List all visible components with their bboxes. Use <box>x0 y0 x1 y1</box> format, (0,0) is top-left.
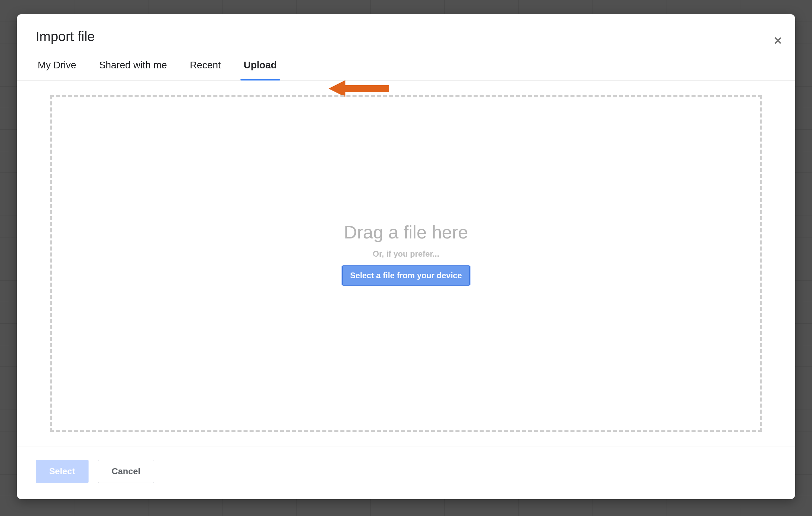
select-button: Select <box>36 460 89 483</box>
cancel-button[interactable]: Cancel <box>98 460 154 483</box>
dropzone-subtitle: Or, if you prefer... <box>373 249 439 259</box>
tab-upload[interactable]: Upload <box>242 56 279 80</box>
dialog-footer: Select Cancel <box>17 446 795 499</box>
dialog-title: Import file <box>36 29 776 44</box>
file-dropzone[interactable]: Drag a file here Or, if you prefer... Se… <box>50 95 762 432</box>
dropzone-title: Drag a file here <box>344 222 468 243</box>
tab-shared-with-me[interactable]: Shared with me <box>97 56 169 80</box>
tab-bar: My Drive Shared with me Recent Upload <box>17 48 795 81</box>
select-file-button[interactable]: Select a file from your device <box>342 265 470 286</box>
close-icon[interactable]: × <box>774 34 782 47</box>
tab-recent[interactable]: Recent <box>188 56 223 80</box>
dialog-header: Import file × <box>17 14 795 48</box>
import-file-dialog: Import file × My Drive Shared with me Re… <box>17 14 795 499</box>
tab-my-drive[interactable]: My Drive <box>36 56 78 80</box>
dialog-content: Drag a file here Or, if you prefer... Se… <box>17 81 795 446</box>
